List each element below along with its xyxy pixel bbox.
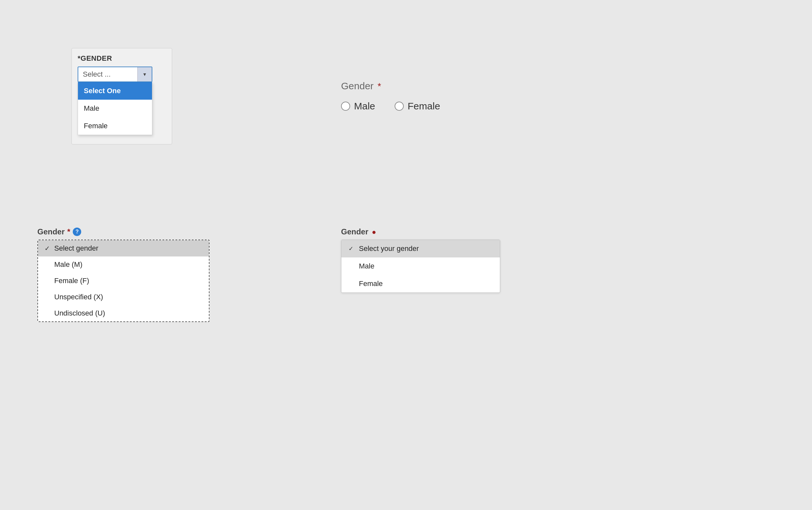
listbox-item-select-gender[interactable]: ✓ Select gender: [38, 240, 209, 257]
help-icon[interactable]: ?: [73, 228, 81, 236]
radio-option-male[interactable]: Male: [341, 101, 375, 112]
listbox-modern-label: Gender ●: [341, 227, 500, 236]
listbox-item-female-f[interactable]: Female (F): [38, 273, 209, 289]
radio-circle-male[interactable]: [341, 101, 350, 111]
check-icon: ✓: [349, 245, 355, 252]
listbox-modern-item-select-gender[interactable]: ✓ Select your gender: [341, 240, 500, 258]
listbox-item-unspecified-x[interactable]: Unspecified (X): [38, 289, 209, 305]
dropdown-option-select-one[interactable]: Select One: [78, 82, 152, 100]
listbox-modern-item-male[interactable]: Male: [341, 258, 500, 275]
classic-dropdown-widget: *GENDER Select ... ▼ Select One Male Fem…: [71, 48, 172, 145]
dropdown-trigger-text: Select ...: [78, 70, 137, 79]
listbox-dashed-widget: Gender * ? ✓ Select gender Male (M) Fema…: [37, 227, 209, 322]
listbox-item-text: Female (F): [54, 277, 89, 285]
classic-dropdown-label: *GENDER: [78, 54, 166, 63]
required-dot: ●: [372, 228, 376, 236]
chevron-down-icon[interactable]: ▼: [137, 67, 152, 82]
asterisk: *GENDER: [78, 54, 112, 62]
required-asterisk: *: [67, 227, 70, 236]
listbox-modern-item-female[interactable]: Female: [341, 275, 500, 293]
listbox-dashed-label: Gender * ?: [37, 227, 209, 236]
listbox-item-undisclosed-u[interactable]: Undisclosed (U): [38, 305, 209, 321]
listbox-item-text: Undisclosed (U): [54, 309, 105, 318]
listbox-modern-item-text: Male: [359, 262, 375, 270]
listbox-item-text: Unspecified (X): [54, 293, 103, 301]
required-marker: *: [377, 81, 381, 91]
radio-option-female[interactable]: Female: [395, 101, 440, 112]
listbox-item-text: Select gender: [54, 244, 98, 252]
dropdown-option-male[interactable]: Male: [78, 100, 152, 117]
radio-label-female: Female: [408, 101, 440, 112]
listbox-dashed-container: ✓ Select gender Male (M) Female (F) Unsp…: [37, 240, 209, 322]
listbox-modern-label-text: Gender: [341, 227, 368, 236]
listbox-label-text: Gender: [37, 227, 65, 236]
dropdown-option-female[interactable]: Female: [78, 117, 152, 135]
check-icon: ✓: [45, 244, 51, 252]
dropdown-menu-classic: Select One Male Female: [78, 82, 152, 135]
listbox-modern-container: ✓ Select your gender Male Female: [341, 240, 500, 293]
listbox-modern-widget: Gender ● ✓ Select your gender Male Femal…: [341, 227, 500, 293]
radio-options-container: Male Female: [341, 101, 503, 112]
radio-label-male: Male: [354, 101, 375, 112]
listbox-modern-item-text: Female: [359, 279, 383, 288]
radio-circle-female[interactable]: [395, 101, 404, 111]
listbox-modern-item-text: Select your gender: [359, 244, 419, 253]
radio-group-label: Gender *: [341, 81, 503, 92]
listbox-item-text: Male (M): [54, 260, 83, 269]
listbox-item-male-m[interactable]: Male (M): [38, 257, 209, 273]
dropdown-trigger[interactable]: Select ... ▼: [78, 66, 152, 82]
radio-group-widget: Gender * Male Female: [341, 81, 503, 112]
